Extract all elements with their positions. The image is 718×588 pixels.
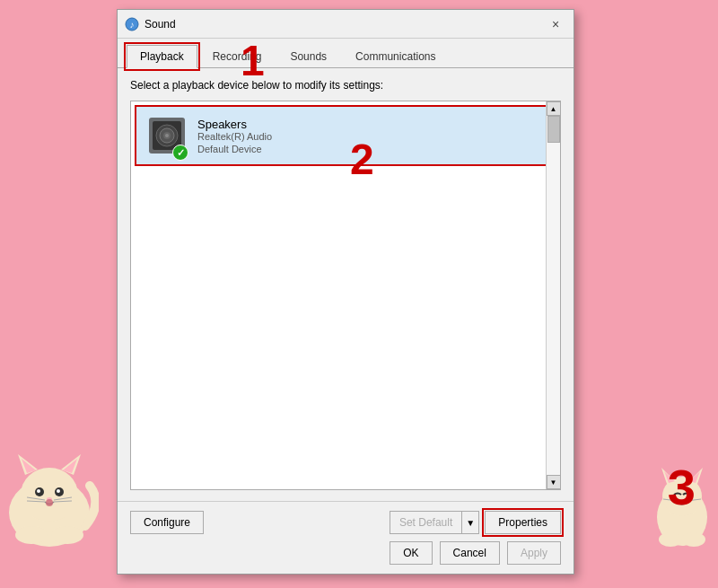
device-list: ✓ Speakers Realtek(R) Audio Default Devi…: [130, 101, 561, 490]
speaker-icon: ✓: [145, 114, 188, 157]
sound-icon: ♪: [125, 17, 139, 31]
bottom-row-2: OK Cancel Apply: [130, 541, 561, 565]
svg-point-1: [21, 468, 78, 522]
device-info: Speakers Realtek(R) Audio Default Device: [197, 118, 546, 154]
tab-communications[interactable]: Communications: [342, 45, 449, 68]
close-button[interactable]: ×: [545, 13, 566, 35]
svg-point-16: [51, 526, 83, 544]
scroll-up-button[interactable]: ▲: [547, 101, 561, 116]
dialog-bottom: Configure Set Default ▼ Properties OK Ca…: [118, 501, 574, 574]
svg-point-17: [46, 499, 53, 506]
title-bar: ♪ Sound ×: [118, 10, 574, 39]
cat-decoration-right: [651, 459, 714, 552]
svg-point-27: [659, 532, 682, 547]
device-name: Speakers: [197, 118, 546, 131]
dialog-content: Select a playback device below to modify…: [118, 68, 574, 501]
set-default-button[interactable]: Set Default: [390, 511, 461, 534]
ok-button[interactable]: OK: [390, 541, 432, 565]
bottom-row-1: Configure Set Default ▼ Properties: [130, 511, 561, 534]
instruction-text: Select a playback device below to modify…: [130, 79, 561, 92]
sound-dialog: ♪ Sound × Playback Recording Sounds Comm…: [117, 9, 574, 575]
scrollbar-thumb[interactable]: [547, 116, 560, 143]
tab-playback[interactable]: Playback: [127, 45, 197, 68]
apply-button[interactable]: Apply: [507, 541, 561, 565]
svg-point-28: [682, 532, 705, 547]
tab-recording[interactable]: Recording: [199, 45, 276, 68]
configure-button[interactable]: Configure: [130, 511, 204, 534]
device-desc: Realtek(R) Audio: [197, 131, 546, 142]
tab-bar: Playback Recording Sounds Communications: [118, 39, 574, 68]
device-status: Default Device: [197, 144, 546, 154]
tab-sounds[interactable]: Sounds: [276, 45, 340, 68]
properties-button[interactable]: Properties: [485, 511, 561, 534]
scrollbar[interactable]: ▲ ▼: [546, 101, 560, 489]
scroll-down-button[interactable]: ▼: [547, 475, 561, 489]
dialog-title: Sound: [144, 18, 545, 31]
svg-text:♪: ♪: [130, 20, 135, 30]
svg-point-36: [165, 134, 169, 137]
svg-point-24: [680, 499, 685, 502]
set-default-arrow-button[interactable]: ▼: [461, 511, 479, 534]
svg-point-9: [57, 489, 60, 493]
svg-point-15: [15, 526, 48, 544]
cat-decoration-left: [0, 441, 99, 552]
set-default-group: Set Default ▼ Properties: [390, 511, 561, 534]
device-item-speakers[interactable]: ✓ Speakers Realtek(R) Audio Default Devi…: [135, 105, 556, 166]
scrollbar-track[interactable]: [547, 116, 561, 475]
cancel-button[interactable]: Cancel: [440, 541, 500, 565]
svg-point-8: [37, 489, 40, 493]
